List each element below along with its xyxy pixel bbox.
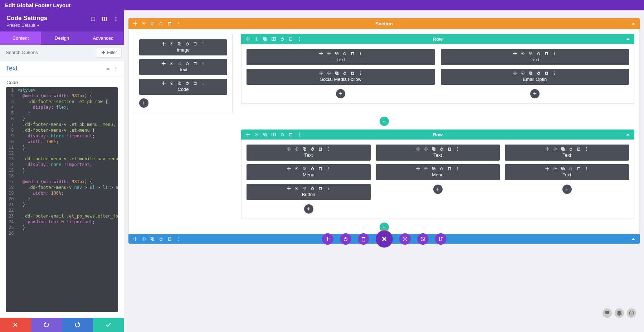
- expand-icon[interactable]: [90, 16, 96, 22]
- power-icon[interactable]: [537, 51, 541, 55]
- power-icon[interactable]: [280, 36, 285, 42]
- close-builder-button[interactable]: [376, 230, 393, 248]
- move-icon[interactable]: [245, 132, 250, 137]
- duplicate-icon[interactable]: [150, 236, 155, 241]
- more-icon[interactable]: [585, 166, 589, 171]
- power-icon[interactable]: [185, 42, 189, 46]
- more-icon[interactable]: [358, 71, 362, 75]
- add-module-button[interactable]: +: [139, 98, 148, 108]
- move-icon[interactable]: [287, 166, 291, 171]
- module-block[interactable]: Text: [139, 59, 227, 75]
- more-icon[interactable]: [326, 147, 331, 151]
- duplicate-icon[interactable]: [150, 21, 155, 26]
- save-button[interactable]: [93, 318, 124, 332]
- row-bar[interactable]: Row: [241, 34, 634, 44]
- trash-icon[interactable]: [318, 147, 323, 151]
- duplicate-icon[interactable]: [263, 132, 268, 137]
- move-icon[interactable]: [416, 147, 420, 151]
- power-icon[interactable]: [185, 61, 189, 65]
- add-module-button[interactable]: +: [304, 204, 313, 214]
- module-block[interactable]: Text: [505, 164, 629, 180]
- module-block[interactable]: Button: [247, 184, 371, 200]
- duplicate-icon[interactable]: [263, 36, 268, 42]
- trash-icon[interactable]: [193, 81, 197, 85]
- sort-button[interactable]: [435, 233, 447, 245]
- gear-icon[interactable]: [295, 166, 299, 171]
- text-accordion-header[interactable]: Text: [0, 60, 124, 77]
- close-button[interactable]: [0, 318, 31, 332]
- columns-icon[interactable]: [271, 132, 276, 137]
- trash-icon[interactable]: [167, 21, 172, 26]
- module-block[interactable]: Social Media Follow: [247, 69, 435, 85]
- duplicate-icon[interactable]: [561, 166, 565, 171]
- duplicate-icon[interactable]: [303, 186, 307, 190]
- gear-icon[interactable]: [141, 236, 146, 241]
- more-icon[interactable]: [201, 61, 205, 65]
- add-module-button[interactable]: +: [562, 185, 572, 194]
- undo-button[interactable]: [31, 318, 62, 332]
- tab-advanced[interactable]: Advanced: [83, 31, 124, 45]
- move-icon[interactable]: [416, 166, 420, 171]
- trash-icon[interactable]: [288, 132, 293, 137]
- chevron-up-icon[interactable]: [631, 21, 635, 26]
- more-icon[interactable]: [176, 236, 181, 241]
- preset-selector[interactable]: Preset: Default: [6, 23, 117, 28]
- move-icon[interactable]: [545, 166, 550, 171]
- module-block[interactable]: Image: [139, 39, 227, 55]
- power-icon[interactable]: [342, 51, 347, 55]
- add-module-button[interactable]: +: [530, 89, 540, 98]
- more-icon[interactable]: [455, 147, 460, 151]
- more-icon[interactable]: [201, 42, 205, 46]
- gear-icon[interactable]: [424, 166, 428, 171]
- section-bar[interactable]: Section: [128, 18, 640, 29]
- module-block[interactable]: Text: [376, 145, 500, 161]
- help-icon[interactable]: ?: [627, 308, 636, 318]
- power-icon[interactable]: [311, 147, 315, 151]
- trash-icon[interactable]: [448, 166, 452, 171]
- trash-icon[interactable]: [350, 51, 355, 55]
- module-block[interactable]: Text: [247, 49, 435, 65]
- more-icon[interactable]: [585, 147, 589, 151]
- module-block[interactable]: Text: [441, 49, 629, 65]
- gear-icon[interactable]: [169, 61, 174, 65]
- more-icon[interactable]: [326, 186, 331, 190]
- more-icon[interactable]: [176, 21, 181, 26]
- power-icon[interactable]: [311, 166, 315, 171]
- power-icon[interactable]: [311, 186, 315, 190]
- move-icon[interactable]: [287, 186, 291, 190]
- filter-button[interactable]: Filter: [97, 48, 122, 58]
- add-module-button[interactable]: +: [433, 185, 443, 194]
- duplicate-icon[interactable]: [177, 61, 181, 65]
- gear-icon[interactable]: [327, 71, 331, 75]
- power-icon[interactable]: [569, 166, 573, 171]
- trash-button[interactable]: [358, 233, 369, 245]
- move-icon[interactable]: [161, 42, 166, 46]
- more-icon[interactable]: [326, 166, 331, 171]
- trash-icon[interactable]: [545, 51, 549, 55]
- move-icon[interactable]: [319, 51, 323, 55]
- search-input[interactable]: [2, 47, 97, 58]
- chevron-up-icon[interactable]: [626, 132, 630, 137]
- module-block[interactable]: Code: [139, 79, 227, 95]
- move-icon[interactable]: [161, 61, 166, 65]
- duplicate-icon[interactable]: [335, 51, 339, 55]
- gear-icon[interactable]: [254, 36, 259, 42]
- more-icon[interactable]: [297, 36, 302, 42]
- trash-icon[interactable]: [288, 36, 293, 42]
- trash-icon[interactable]: [350, 71, 355, 75]
- redo-button[interactable]: [62, 318, 93, 332]
- chevron-up-icon[interactable]: [626, 37, 630, 41]
- more-icon[interactable]: [201, 81, 205, 85]
- gear-icon[interactable]: [169, 81, 174, 85]
- gear-icon[interactable]: [254, 132, 259, 137]
- trash-icon[interactable]: [577, 147, 581, 151]
- gear-icon[interactable]: [295, 147, 299, 151]
- move-icon[interactable]: [161, 81, 166, 85]
- module-block[interactable]: Menu: [376, 164, 500, 180]
- chevron-up-icon[interactable]: [106, 67, 110, 71]
- trash-icon[interactable]: [318, 166, 323, 171]
- code-editor[interactable]: 1<style>2 @media (min-width: 981px) {3 .…: [6, 87, 118, 312]
- trash-icon[interactable]: [545, 71, 549, 75]
- more-icon[interactable]: [358, 51, 362, 55]
- more-icon[interactable]: [113, 16, 119, 22]
